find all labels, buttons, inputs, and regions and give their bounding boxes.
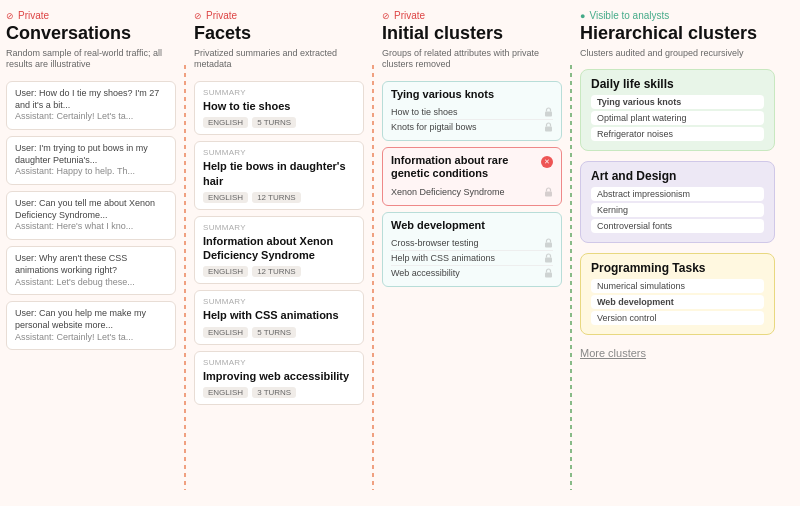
facet-1-label: SUMMARY [203, 88, 355, 97]
svg-rect-5 [545, 272, 552, 277]
conv-1-user: User: How do I tie my shoes? I'm 27 and … [15, 88, 167, 111]
main-container: ⊘ Private Conversations Random sample of… [0, 0, 800, 506]
conversations-privacy-badge: ⊘ Private [6, 10, 176, 21]
facets-privacy-badge: ⊘ Private [194, 10, 364, 21]
lock-icon-5 [544, 253, 553, 263]
facet-card-1[interactable]: SUMMARY How to tie shoes ENGLISH 5 TURNS [194, 81, 364, 135]
lock-icon-2 [544, 122, 553, 132]
initial-title: Initial clusters [382, 23, 562, 45]
divider-1 [176, 10, 194, 500]
cluster-card-web[interactable]: Web development Cross-browser testing He… [382, 212, 562, 287]
hierarchical-privacy-badge: ● Visible to analysts [580, 10, 775, 21]
initial-subtitle: Groups of related attributes with privat… [382, 48, 562, 71]
facet-1-tags: ENGLISH 5 TURNS [203, 117, 355, 128]
private-icon: ⊘ [6, 11, 14, 21]
svg-rect-2 [545, 191, 552, 196]
lock-icon-3 [544, 187, 553, 197]
initial-privacy-label: Private [394, 10, 425, 21]
facet-2-tags: ENGLISH 12 TURNS [203, 192, 355, 203]
hierarchical-title: Hierarchical clusters [580, 23, 775, 45]
facet-4-tag-turns: 5 TURNS [252, 327, 296, 338]
conversations-header: ⊘ Private Conversations Random sample of… [6, 10, 176, 71]
facet-card-3[interactable]: SUMMARY Information about Xenon Deficien… [194, 216, 364, 285]
facet-4-tag-lang: ENGLISH [203, 327, 248, 338]
facet-3-tags: ENGLISH 12 TURNS [203, 266, 355, 277]
facet-1-tag-turns: 5 TURNS [252, 117, 296, 128]
conv-card-4[interactable]: User: Why aren't these CSS animations wo… [6, 246, 176, 295]
hier-prog-item-1: Numerical simulations [591, 279, 764, 293]
cluster-card-genetic[interactable]: Information about rare genetic condition… [382, 147, 562, 205]
initial-clusters-column: ⊘ Private Initial clusters Groups of rel… [382, 10, 562, 500]
cluster-knots-item-1: How to tie shoes [391, 105, 553, 120]
conversations-title: Conversations [6, 23, 176, 45]
hier-daily-item-2: Optimal plant watering [591, 111, 764, 125]
facet-3-tag-lang: ENGLISH [203, 266, 248, 277]
svg-rect-3 [545, 242, 552, 247]
hier-art-item-1: Abstract impressionism [591, 187, 764, 201]
cluster-knots-item-1-text: How to tie shoes [391, 107, 544, 117]
conversations-privacy-label: Private [18, 10, 49, 21]
remove-cluster-icon[interactable]: ✕ [541, 156, 553, 168]
conv-card-1[interactable]: User: How do I tie my shoes? I'm 27 and … [6, 81, 176, 130]
facet-5-label: SUMMARY [203, 358, 355, 367]
facet-4-label: SUMMARY [203, 297, 355, 306]
conv-3-user: User: Can you tell me about Xenon Defici… [15, 198, 167, 221]
hier-card-programming[interactable]: Programming Tasks Numerical simulations … [580, 253, 775, 335]
cluster-knots-title: Tying various knots [391, 88, 553, 101]
cluster-web-title: Web development [391, 219, 553, 232]
facet-4-tags: ENGLISH 5 TURNS [203, 327, 355, 338]
facet-5-tags: ENGLISH 3 TURNS [203, 387, 355, 398]
hierarchical-header: ● Visible to analysts Hierarchical clust… [580, 10, 775, 59]
cluster-web-item-1: Cross-browser testing [391, 236, 553, 251]
facet-4-title: Help with CSS animations [203, 308, 355, 322]
conv-5-user: User: Can you help me make my personal w… [15, 308, 167, 331]
hierarchical-column: ● Visible to analysts Hierarchical clust… [580, 10, 775, 500]
facet-3-title: Information about Xenon Deficiency Syndr… [203, 234, 355, 263]
conv-4-user: User: Why aren't these CSS animations wo… [15, 253, 167, 276]
facet-card-2[interactable]: SUMMARY Help tie bows in daughter's hair… [194, 141, 364, 210]
facet-3-tag-turns: 12 TURNS [252, 266, 301, 277]
facet-5-title: Improving web accessibility [203, 369, 355, 383]
facets-private-icon: ⊘ [194, 11, 202, 21]
cluster-web-item-3-text: Web accessibility [391, 268, 544, 278]
conv-card-3[interactable]: User: Can you tell me about Xenon Defici… [6, 191, 176, 240]
cluster-card-knots[interactable]: Tying various knots How to tie shoes Kno… [382, 81, 562, 141]
visible-icon: ● [580, 11, 585, 21]
svg-rect-1 [545, 127, 552, 132]
hier-card-art[interactable]: Art and Design Abstract impressionism Ke… [580, 161, 775, 243]
hierarchical-privacy-label: Visible to analysts [589, 10, 669, 21]
cluster-genetic-item-1: Xenon Deficiency Syndrome [391, 185, 553, 199]
conv-1-assistant: Assistant: Certainly! Let's ta... [15, 111, 167, 123]
facet-card-5[interactable]: SUMMARY Improving web accessibility ENGL… [194, 351, 364, 405]
lock-icon-1 [544, 107, 553, 117]
conv-2-assistant: Assistant: Happy to help. Th... [15, 166, 167, 178]
facet-2-tag-lang: ENGLISH [203, 192, 248, 203]
more-clusters-link[interactable]: More clusters [580, 345, 775, 361]
facet-1-tag-lang: ENGLISH [203, 117, 248, 128]
facet-2-label: SUMMARY [203, 148, 355, 157]
hier-daily-item-3: Refrigerator noises [591, 127, 764, 141]
hier-prog-item-2: Web development [591, 295, 764, 309]
cluster-genetic-item-1-text: Xenon Deficiency Syndrome [391, 187, 544, 197]
facets-header: ⊘ Private Facets Privatized summaries an… [194, 10, 364, 71]
hier-art-item-2: Kerning [591, 203, 764, 217]
conv-card-2[interactable]: User: I'm trying to put bows in my daugh… [6, 136, 176, 185]
facet-3-label: SUMMARY [203, 223, 355, 232]
cluster-knots-item-2-text: Knots for pigtail bows [391, 122, 544, 132]
conversations-subtitle: Random sample of real-world traffic; all… [6, 48, 176, 71]
hier-prog-title: Programming Tasks [591, 261, 764, 275]
facet-1-title: How to tie shoes [203, 99, 355, 113]
facet-card-4[interactable]: SUMMARY Help with CSS animations ENGLISH… [194, 290, 364, 344]
divider-3 [562, 10, 580, 500]
conv-card-5[interactable]: User: Can you help me make my personal w… [6, 301, 176, 350]
facet-2-title: Help tie bows in daughter's hair [203, 159, 355, 188]
cluster-web-item-2: Help with CSS animations [391, 251, 553, 266]
lock-icon-4 [544, 238, 553, 248]
lock-icon-6 [544, 268, 553, 278]
divider-2 [364, 10, 382, 500]
hier-card-daily[interactable]: Daily life skills Tying various knots Op… [580, 69, 775, 151]
cluster-genetic-title: Information about rare genetic condition… [391, 154, 537, 180]
facets-privacy-label: Private [206, 10, 237, 21]
hier-daily-item-1: Tying various knots [591, 95, 764, 109]
hier-daily-title: Daily life skills [591, 77, 764, 91]
